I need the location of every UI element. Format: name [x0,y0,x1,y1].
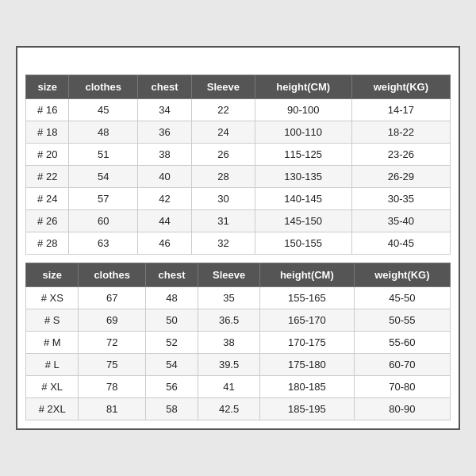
table-cell: 115-125 [255,144,351,166]
table-cell: 42.5 [198,398,260,420]
table-cell: 54 [69,166,137,188]
table-cell: # XL [26,376,79,398]
table-cell: 45-50 [354,287,450,309]
table-cell: # 20 [26,144,69,166]
table-cell: 54 [145,354,198,376]
table-row: # 2XL815842.5185-19580-90 [26,398,451,420]
table2-header-cell: Sleeve [198,263,260,287]
table-row: # XL785641180-18570-80 [26,376,451,398]
table-cell: 35 [198,287,260,309]
table-row: # M725238170-17555-60 [26,332,451,354]
table-row: # 26604431145-15035-40 [26,210,451,232]
table1-header-cell: chest [137,75,191,99]
table-cell: # XS [26,287,79,309]
table-cell: 23-26 [351,144,450,166]
table-cell: # L [26,354,79,376]
table-cell: 81 [79,398,145,420]
table-cell: 50-55 [354,309,450,332]
section-gap [25,255,451,263]
table-cell: # 2XL [26,398,79,420]
table2-header-row: sizeclotheschestSleeveheight(CM)weight(K… [26,263,451,287]
table-cell: 56 [145,376,198,398]
table-row: # 22544028130-13526-29 [26,166,451,188]
table2-header-cell: size [26,263,79,287]
table-cell: 35-40 [351,210,450,232]
table-cell: 50 [145,309,198,332]
table-cell: 60-70 [354,354,450,376]
table-cell: 46 [137,232,191,255]
chart-title [25,56,451,75]
table-cell: 170-175 [259,332,354,354]
table-cell: 58 [145,398,198,420]
table-cell: 45 [69,99,137,121]
table2-header-cell: weight(KG) [354,263,450,287]
table-cell: 44 [137,210,191,232]
table-cell: 60 [69,210,137,232]
table-cell: 140-145 [255,188,351,210]
table-cell: 67 [79,287,145,309]
table-cell: 51 [69,144,137,166]
table-row: # L755439.5175-18060-70 [26,354,451,376]
size-table-1: sizeclotheschestSleeveheight(CM)weight(K… [25,75,451,255]
table-cell: 32 [192,232,255,255]
table2-header-cell: chest [145,263,198,287]
table-cell: 63 [69,232,137,255]
table-row: # XS674835155-16545-50 [26,287,451,309]
table-cell: # S [26,309,79,332]
table-cell: 30-35 [351,188,450,210]
table-cell: 38 [137,144,191,166]
table1-header-cell: height(CM) [255,75,351,99]
table-cell: # 16 [26,99,69,121]
table-cell: 41 [198,376,260,398]
table-cell: 39.5 [198,354,260,376]
table-cell: 55-60 [354,332,450,354]
table-cell: 185-195 [259,398,354,420]
table-cell: 22 [192,99,255,121]
table-cell: 78 [79,376,145,398]
table-cell: 175-180 [259,354,354,376]
table-cell: 36 [137,121,191,144]
table-cell: 42 [137,188,191,210]
table1-header-cell: Sleeve [192,75,255,99]
table-cell: 90-100 [255,99,351,121]
table-cell: # 24 [26,188,69,210]
table-cell: 180-185 [259,376,354,398]
table-cell: 31 [192,210,255,232]
table-cell: 145-150 [255,210,351,232]
table-cell: 165-170 [259,309,354,332]
table-cell: # 22 [26,166,69,188]
table-cell: 130-135 [255,166,351,188]
table-cell: # M [26,332,79,354]
table-row: # 1645342290-10014-17 [26,99,451,121]
table-cell: 100-110 [255,121,351,144]
table-cell: 48 [145,287,198,309]
table-cell: 26 [192,144,255,166]
table-cell: 80-90 [354,398,450,420]
table1-header-cell: weight(KG) [351,75,450,99]
table-cell: 28 [192,166,255,188]
table-row: # S695036.5165-17050-55 [26,309,451,332]
table2-header-cell: height(CM) [259,263,354,287]
table-cell: 24 [192,121,255,144]
table-cell: 69 [79,309,145,332]
table-cell: 52 [145,332,198,354]
table-cell: 57 [69,188,137,210]
table-cell: 38 [198,332,260,354]
table-cell: 70-80 [354,376,450,398]
table-cell: 34 [137,99,191,121]
table-row: # 28634632150-15540-45 [26,232,451,255]
table-row: # 20513826115-12523-26 [26,144,451,166]
table-cell: # 28 [26,232,69,255]
table-cell: 72 [79,332,145,354]
table-cell: 75 [79,354,145,376]
table-cell: 48 [69,121,137,144]
table1-header-cell: size [26,75,69,99]
table-cell: 14-17 [351,99,450,121]
table1-header-row: sizeclotheschestSleeveheight(CM)weight(K… [26,75,451,99]
table-row: # 24574230140-14530-35 [26,188,451,210]
table-row: # 18483624100-11018-22 [26,121,451,144]
table-cell: 26-29 [351,166,450,188]
table-cell: # 26 [26,210,69,232]
table-cell: 30 [192,188,255,210]
table-cell: # 18 [26,121,69,144]
